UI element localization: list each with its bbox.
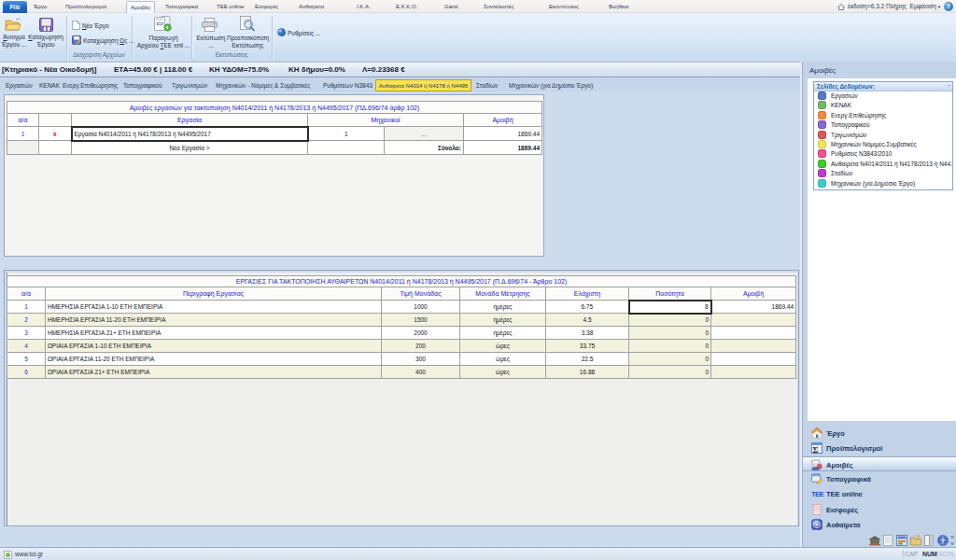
svg-text:?: ? xyxy=(940,537,945,545)
svg-text:<>: <> xyxy=(156,21,163,28)
svg-text:Σ: Σ xyxy=(813,445,819,455)
